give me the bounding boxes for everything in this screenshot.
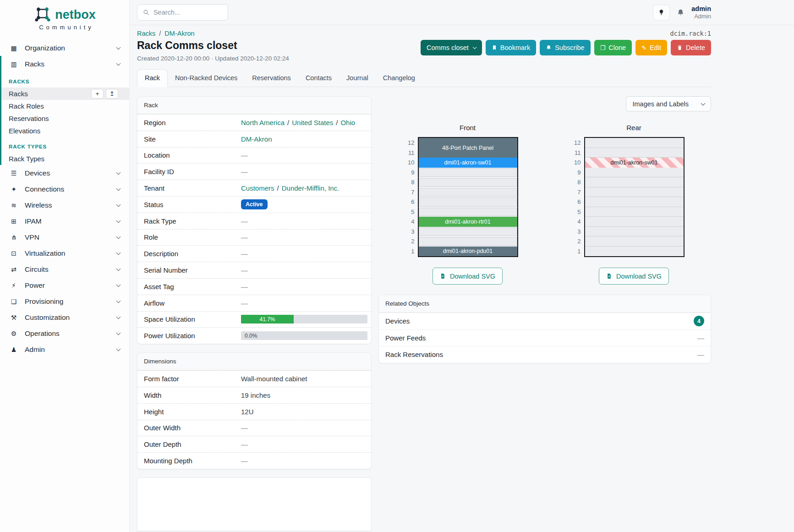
trash-icon [677, 44, 683, 51]
action-buttons: Comms closet Bookmark Subscribe ❐ Clone [421, 40, 711, 55]
virtualization-icon: ⊡ [9, 250, 18, 257]
space-utilization-fill: 41.7% [241, 315, 294, 324]
elevation-view-select[interactable]: Images and Labels [626, 96, 711, 111]
user-menu[interactable]: admin Admin [691, 5, 711, 20]
sidebar-item-organization[interactable]: ▦ Organization [0, 40, 129, 56]
related-objects-header: Related Objects [379, 295, 711, 313]
add-rack-button[interactable]: + [91, 89, 104, 99]
edit-button[interactable]: ✎ Edit [635, 40, 667, 55]
sidebar-item-admin[interactable]: ♟ Admin [0, 341, 129, 357]
chevron-down-icon [116, 186, 121, 191]
region-link[interactable]: Ohio [340, 119, 355, 126]
front-elevation-title: Front [448, 124, 476, 132]
sidebar-subitem-elevations[interactable]: Elevations [1, 125, 129, 137]
netbox-logo[interactable]: netbox Community [0, 0, 129, 33]
main-area: admin Admin Racks/DM-Akron dcim.rack:1 R… [130, 0, 794, 532]
tab-non-racked-devices[interactable]: Non-Racked Devices [168, 70, 245, 87]
front-rack-diagram: 48-Port Patch Panel dmi01-akron-sw01 dmi… [418, 137, 518, 257]
empty-unit [419, 197, 517, 207]
rear-elevation-title: Rear [614, 124, 641, 132]
tab-contacts[interactable]: Contacts [298, 70, 339, 87]
sidebar-item-circuits[interactable]: ⇄ Circuits [0, 261, 129, 277]
tenant-link[interactable]: Dunder-Mifflin, Inc. [282, 184, 340, 192]
dimensions-panel-header: Dimensions [137, 353, 371, 370]
device-slot-router[interactable]: dmi01-akron-rtr01 [419, 217, 517, 227]
status-badge: Active [241, 199, 268, 209]
empty-unit [585, 247, 684, 257]
device-navigation-button[interactable]: Comms closet [421, 40, 482, 55]
tab-reservations[interactable]: Reservations [245, 70, 298, 87]
circuits-icon: ⇄ [9, 266, 18, 273]
breadcrumb: Racks/DM-Akron [137, 30, 195, 37]
tab-journal[interactable]: Journal [339, 70, 376, 87]
related-devices-link[interactable]: Devices [385, 317, 410, 325]
sidebar-item-customization[interactable]: ⚒ Customization [0, 309, 129, 325]
sidebar-subitem-rack-types[interactable]: Rack Types [1, 153, 129, 165]
empty-unit [585, 207, 684, 217]
region-link[interactable]: United States [292, 119, 333, 126]
breadcrumb-link-racks[interactable]: Racks [137, 30, 155, 37]
sidebar-item-vpn[interactable]: ⋔ VPN [0, 229, 129, 245]
chevron-down-icon [116, 61, 121, 66]
power-utilization-value: 0.0% [241, 333, 257, 339]
device-slot-switch[interactable]: dmi01-akron-sw01 [419, 158, 517, 168]
sidebar-item-ipam[interactable]: ⊞ IPAM [0, 213, 129, 229]
left-column: Rack Region North America/United States/… [137, 96, 372, 531]
theme-toggle-button[interactable] [653, 5, 670, 21]
space-utilization-bar: 41.7% [241, 315, 367, 324]
chevron-down-icon [701, 101, 706, 105]
chevron-down-icon [116, 346, 121, 351]
related-row-power-feeds[interactable]: Power Feeds — [379, 329, 711, 346]
rack-panel-header: Rack [137, 97, 371, 114]
user-name: admin [691, 5, 711, 13]
import-racks-button[interactable]: ↥ [106, 89, 118, 99]
sidebar-group-racks: ▥ Racks RACKS Racks + ↥ Rack Roles Reser… [0, 56, 129, 165]
sidebar-item-provisioning[interactable]: ❏ Provisioning [0, 293, 129, 309]
file-download-icon [606, 273, 612, 280]
clone-button[interactable]: ❐ Clone [594, 40, 632, 55]
netbox-logo-icon [33, 6, 52, 23]
related-rack-reservations-link[interactable]: Rack Reservations [385, 351, 443, 358]
region-link[interactable]: North America [241, 119, 285, 126]
wireless-icon: ≋ [9, 202, 18, 209]
front-unit-numbers: 121110987654321 [405, 137, 415, 257]
tenant-group-link[interactable]: Customers [241, 184, 274, 192]
related-row-rack-reservations[interactable]: Rack Reservations — [379, 346, 711, 363]
chevron-down-icon [116, 250, 121, 255]
sidebar-item-wireless[interactable]: ≋ Wireless [0, 197, 129, 213]
related-power-feeds-link[interactable]: Power Feeds [385, 334, 426, 342]
sidebar-subitem-racks[interactable]: Racks + ↥ [1, 88, 129, 100]
search-box[interactable] [137, 4, 228, 21]
tab-rack[interactable]: Rack [137, 69, 168, 87]
device-slot-switch-rear[interactable]: dmi01-akron-sw01 [585, 158, 684, 168]
device-slot-patch-panel[interactable]: 48-Port Patch Panel [419, 138, 517, 158]
sidebar-item-devices[interactable]: ☰ Devices [0, 165, 129, 181]
sidebar-subitem-reservations[interactable]: Reservations [1, 112, 129, 125]
sidebar-item-power[interactable]: ⚡ Power [0, 277, 129, 293]
notifications-button[interactable] [677, 8, 684, 16]
edit-pencil-icon: ✎ [641, 45, 646, 51]
site-link[interactable]: DM-Akron [241, 135, 272, 143]
title-row: Rack Comms closet Created 2020-12-20 00:… [137, 39, 711, 62]
object-identifier: dcim.rack:1 [670, 30, 711, 37]
sidebar-item-connections[interactable]: ✦ Connections [0, 181, 129, 197]
sidebar-subitem-rack-roles[interactable]: Rack Roles [1, 100, 129, 112]
download-svg-front-button[interactable]: Download SVG [433, 268, 503, 285]
tab-bar: Rack Non-Racked Devices Reservations Con… [137, 69, 711, 87]
delete-button[interactable]: Delete [671, 40, 711, 55]
tab-changelog[interactable]: Changelog [376, 70, 422, 87]
related-objects-panel: Related Objects Devices 4 Power Feeds — … [378, 295, 711, 363]
bookmark-button[interactable]: Bookmark [486, 40, 536, 55]
subscribe-button[interactable]: Subscribe [540, 40, 590, 55]
sidebar-item-racks[interactable]: ▥ Racks [1, 56, 129, 72]
sidebar-item-virtualization[interactable]: ⊡ Virtualization [0, 245, 129, 261]
search-input[interactable] [153, 9, 222, 16]
breadcrumb-link-site[interactable]: DM-Akron [164, 30, 194, 37]
related-row-devices[interactable]: Devices 4 [379, 313, 711, 329]
field-row-region: Region North America/United States/Ohio [137, 114, 371, 131]
field-row-power-utilization: Power Utilization 0.0% [137, 327, 371, 344]
sidebar-item-operations[interactable]: ⚙ Operations [0, 325, 129, 341]
device-slot-pdu[interactable]: dmi01-akron-pdu01 [419, 247, 517, 257]
dimensions-panel: Dimensions Form factor Wall-mounted cabi… [137, 352, 372, 469]
download-svg-rear-button[interactable]: Download SVG [599, 268, 669, 285]
